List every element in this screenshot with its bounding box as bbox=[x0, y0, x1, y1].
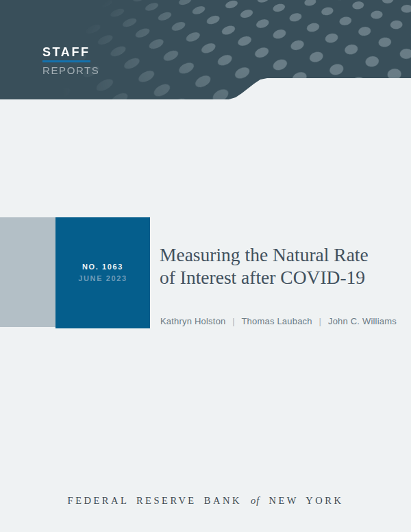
logo-staff-text: STAFF bbox=[42, 46, 99, 58]
staff-reports-logo: STAFF REPORTS bbox=[42, 46, 99, 75]
footer-bank-name-part2: NEW YORK bbox=[269, 495, 343, 506]
author-name-2: Thomas Laubach bbox=[241, 316, 312, 326]
report-title: Measuring the Natural Rate of Interest a… bbox=[160, 243, 369, 289]
author-separator: | bbox=[319, 316, 322, 326]
report-title-line2: of Interest after COVID-19 bbox=[160, 266, 369, 289]
issue-info-block: NO. 1063 JUNE 2023 bbox=[55, 217, 150, 328]
masthead: STAFF REPORTS bbox=[0, 0, 411, 99]
authors-line: Kathryn Holston | Thomas Laubach | John … bbox=[160, 316, 397, 328]
footer-bank-name-part1: FEDERAL RESERVE BANK bbox=[68, 495, 242, 506]
report-date: JUNE 2023 bbox=[78, 274, 127, 283]
report-number: NO. 1063 bbox=[82, 263, 123, 271]
author-separator: | bbox=[232, 316, 235, 326]
gray-accent-block bbox=[0, 217, 55, 327]
logo-reports-text: REPORTS bbox=[42, 65, 99, 75]
report-cover-page: STAFF REPORTS NO. 1063 JUNE 2023 Measuri… bbox=[0, 0, 411, 532]
author-name-1: Kathryn Holston bbox=[160, 316, 226, 326]
footer-of-word: of bbox=[251, 495, 260, 506]
footer-bank-name: FEDERAL RESERVE BANK of NEW YORK bbox=[0, 494, 411, 507]
logo-underline-rule bbox=[42, 60, 90, 62]
report-title-line1: Measuring the Natural Rate bbox=[160, 243, 369, 266]
author-name-3: John C. Williams bbox=[328, 316, 397, 326]
